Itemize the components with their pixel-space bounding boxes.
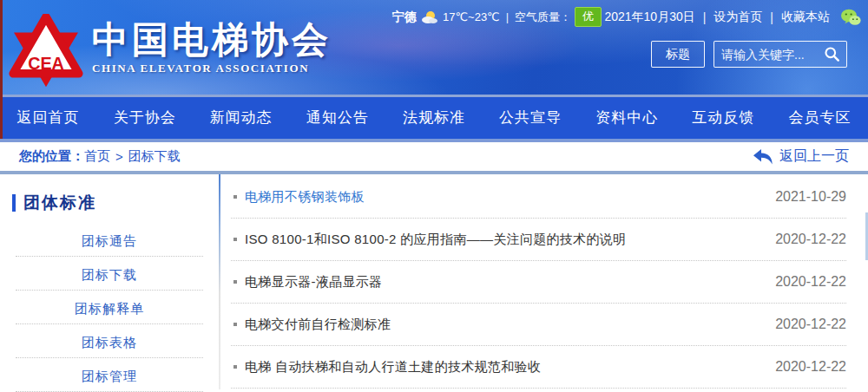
content-area: 团体标准 团标通告 团标下载 团标解释单 团标表格 团标管理 电梯用不锈钢装饰板… xyxy=(0,174,868,389)
document-date: 2020-12-22 xyxy=(765,359,846,375)
back-to-previous-button[interactable]: 返回上一页 xyxy=(753,147,849,166)
document-link[interactable]: 电梯交付前自行检测标准 xyxy=(245,317,391,333)
sidebar-title-text: 团体标准 xyxy=(23,192,96,214)
bullet-icon xyxy=(233,365,237,369)
separator: | xyxy=(770,10,773,24)
separator: | xyxy=(506,10,509,23)
search-category-button[interactable]: 标题 xyxy=(651,41,705,68)
site-logo[interactable]: CEA 中国电梯协会 CHINA ELEVATOR ASSOCIATION xyxy=(9,14,332,88)
document-link[interactable]: 电梯用不锈钢装饰板 xyxy=(245,189,365,206)
sidebar-title: 团体标准 xyxy=(12,192,219,214)
air-quality-badge: 优 xyxy=(575,7,602,27)
header-banner: CEA 中国电梯协会 CHINA ELEVATOR ASSOCIATION 宁德… xyxy=(0,0,868,97)
top-right-links: 2021年10月30日 | 设为首页 | 收藏本站 xyxy=(604,9,861,26)
bullet-icon xyxy=(233,195,237,199)
nav-item-resources[interactable]: 资料中心 xyxy=(579,97,675,139)
sidebar-item-interpretation[interactable]: 团标解释单 xyxy=(16,291,204,324)
sidebar-item-download[interactable]: 团标下载 xyxy=(16,257,204,291)
site-title: 中国电梯协会 xyxy=(92,21,332,59)
back-arrow-icon xyxy=(753,148,773,166)
nav-item-regulations[interactable]: 法规标准 xyxy=(385,97,482,139)
left-edge-strip xyxy=(0,0,3,139)
list-item[interactable]: 电梯交付前自行检测标准 2020-12-22 xyxy=(231,304,846,346)
site-subtitle: CHINA ELEVATOR ASSOCIATION xyxy=(92,62,332,75)
list-item[interactable]: ISO 8100-1和ISO 8100-2 的应用指南——关注问题的技术的说明 … xyxy=(231,219,846,261)
wechat-icon[interactable] xyxy=(840,9,861,26)
list-item[interactable]: 电梯用不锈钢装饰板 2021-10-29 xyxy=(231,176,846,219)
sidebar-item-forms[interactable]: 团标表格 xyxy=(16,324,204,358)
nav-item-news[interactable]: 新闻动态 xyxy=(193,97,289,139)
page: CEA 中国电梯协会 CHINA ELEVATOR ASSOCIATION 宁德… xyxy=(0,0,868,392)
set-homepage-link[interactable]: 设为首页 xyxy=(713,10,762,25)
search-area: 标题 xyxy=(651,41,847,68)
title-accent-bar xyxy=(12,194,16,212)
sidebar-item-management[interactable]: 团标管理 xyxy=(16,358,204,392)
cea-star-logo-icon: CEA xyxy=(9,14,83,88)
breadcrumb-separator: > xyxy=(115,149,123,164)
nav-item-feedback[interactable]: 互动反馈 xyxy=(675,97,772,139)
breadcrumb-home-link[interactable]: 首页 xyxy=(84,148,110,165)
document-link[interactable]: ISO 8100-1和ISO 8100-2 的应用指南——关注问题的技术的说明 xyxy=(245,232,626,248)
document-date: 2020-12-22 xyxy=(765,232,846,247)
breadcrumb-current[interactable]: 团标下载 xyxy=(128,148,181,165)
breadcrumb-label: 您的位置： xyxy=(19,148,84,165)
bullet-icon xyxy=(233,238,237,241)
weather-temp: 17℃~23℃ xyxy=(443,10,500,23)
separator: | xyxy=(703,10,707,24)
back-label: 返回上一页 xyxy=(779,147,849,166)
nav-item-members[interactable]: 会员专区 xyxy=(772,97,868,139)
search-box xyxy=(713,41,847,68)
bullet-icon xyxy=(233,323,237,326)
list-item[interactable]: 电梯显示器-液晶显示器 2020-12-22 xyxy=(231,261,846,304)
weather-city: 宁德 xyxy=(392,10,417,25)
magnifier-icon xyxy=(824,46,840,62)
document-date: 2020-12-22 xyxy=(765,274,846,290)
document-list: 电梯用不锈钢装饰板 2021-10-29 ISO 8100-1和ISO 8100… xyxy=(220,174,868,389)
top-info-bar: 宁德 17℃~23℃ | 空气质量： 优 2021年10月30日 | 设为首页 … xyxy=(392,7,861,27)
document-date: 2021-10-29 xyxy=(765,189,846,205)
search-button[interactable] xyxy=(817,42,846,67)
document-link[interactable]: 电梯 自动扶梯和自动人行道土建的技术规范和验收 xyxy=(245,359,541,376)
document-link[interactable]: 电梯显示器-液晶显示器 xyxy=(245,274,382,291)
air-quality-label: 空气质量： xyxy=(515,10,571,25)
nav-item-notices[interactable]: 通知公告 xyxy=(289,97,385,139)
search-input[interactable] xyxy=(714,48,817,62)
nav-item-advocacy[interactable]: 公共宣导 xyxy=(483,97,579,139)
sidebar: 团体标准 团标通告 团标下载 团标解释单 团标表格 团标管理 xyxy=(0,174,219,389)
document-date: 2020-12-22 xyxy=(765,317,846,332)
sidebar-menu: 团标通告 团标下载 团标解释单 团标表格 团标管理 xyxy=(0,223,219,392)
weather-sun-icon xyxy=(420,10,439,25)
current-date: 2021年10月30日 xyxy=(604,10,694,25)
main-nav: 返回首页 关于协会 新闻动态 通知公告 法规标准 公共宣导 资料中心 互动反馈 … xyxy=(0,97,868,139)
breadcrumb-bar: 您的位置： 首页 > 团标下载 返回上一页 xyxy=(0,139,868,174)
site-name: 中国电梯协会 CHINA ELEVATOR ASSOCIATION xyxy=(92,21,332,75)
logo-text: CEA xyxy=(28,54,64,73)
nav-item-home[interactable]: 返回首页 xyxy=(0,97,96,139)
add-favorite-link[interactable]: 收藏本站 xyxy=(781,10,830,25)
bullet-icon xyxy=(233,280,237,284)
list-item[interactable]: 电梯 自动扶梯和自动人行道土建的技术规范和验收 2020-12-22 xyxy=(231,346,846,389)
sidebar-item-notice[interactable]: 团标通告 xyxy=(16,223,204,257)
nav-item-about[interactable]: 关于协会 xyxy=(96,97,193,139)
